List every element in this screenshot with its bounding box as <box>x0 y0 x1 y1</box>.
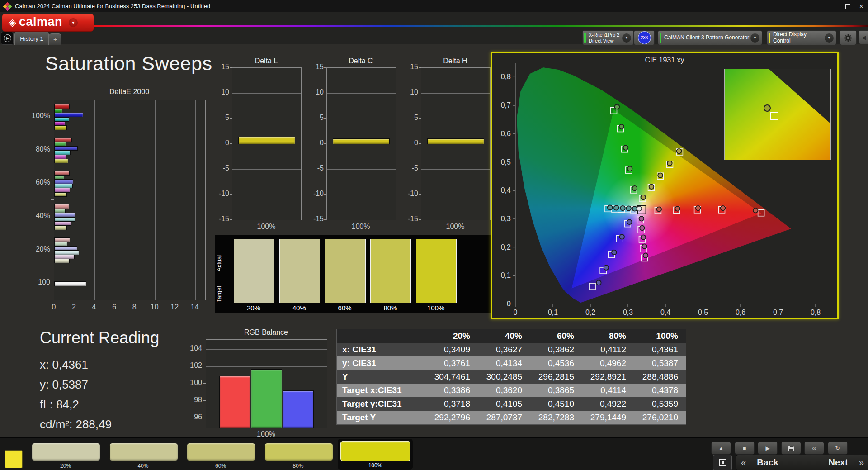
pattern-window-button[interactable] <box>713 455 732 470</box>
y-axis-tick <box>203 349 206 349</box>
table-cell: 292,8921 <box>581 372 633 382</box>
x-tick-label: 2 <box>68 303 80 311</box>
table-header-cell: 40% <box>477 331 529 341</box>
inset-measured-point <box>764 104 771 112</box>
table-cell: 0,4361 <box>633 345 685 355</box>
swatch-button-80%[interactable] <box>264 443 333 461</box>
y-axis-tick <box>51 133 54 133</box>
display-control-selector[interactable]: Direct Display Control ▼ <box>767 30 836 45</box>
back-chevrons-icon[interactable]: « <box>736 457 750 468</box>
page-title: Saturation Sweeps <box>45 52 212 75</box>
refresh-button[interactable]: ↻ <box>828 442 848 455</box>
y-tick-label: 10 <box>306 88 324 96</box>
y-axis-tick <box>203 366 206 366</box>
y-group-label: 100 <box>26 278 50 286</box>
swatch-button-40%[interactable] <box>109 443 178 461</box>
y-tick-label: 96 <box>184 413 202 421</box>
table-row-label: y: CIE31 <box>337 358 425 368</box>
table-cell: 0,3386 <box>425 385 477 395</box>
swatch-button-20%[interactable] <box>32 443 100 461</box>
gridline <box>421 119 490 119</box>
y-axis-tick <box>324 93 326 93</box>
measured-point-green <box>623 145 628 150</box>
measured-point-yellow <box>677 149 682 154</box>
meter-selector[interactable]: X-Rite i1Pro 2 Direct View ▼ <box>582 30 634 45</box>
delta-bar <box>238 137 295 144</box>
table-row: y: CIE310,37610,41340,45360,49620,5387 <box>337 356 686 370</box>
gridline <box>206 366 327 367</box>
measurement-table: 20%40%60%80%100%x: CIE310,34090,36270,38… <box>336 329 686 425</box>
y-axis-tick <box>324 67 326 68</box>
loop-button[interactable]: ∞ <box>804 442 824 455</box>
table-row: Target y:CIE310,37180,41050,45100,49220,… <box>337 397 686 411</box>
next-chevrons-icon[interactable]: » <box>854 457 868 468</box>
stop-button[interactable]: ■ <box>735 442 755 455</box>
tab-scroll-button[interactable]: ▶ <box>1 32 14 45</box>
play-icon: ▶ <box>765 445 769 451</box>
target-point-red <box>758 210 764 216</box>
window-titlebar: Calman 2024 Calman Ultimate for Business… <box>0 0 868 12</box>
y-group-label: 100% <box>26 112 50 120</box>
rgb-bar-red <box>219 376 250 428</box>
target-label: Target <box>216 279 223 309</box>
x-tick-label: 0 <box>47 303 60 311</box>
table-cell: 287,0737 <box>477 413 529 423</box>
next-button[interactable]: Next <box>822 457 854 468</box>
y-axis-tick <box>419 169 421 169</box>
y-axis-tick <box>419 143 421 144</box>
y-tick-label: -5 <box>400 164 418 172</box>
measured-point-cyan <box>632 206 637 211</box>
back-button[interactable]: Back <box>750 457 785 468</box>
y-tick-label: 0 <box>306 139 324 147</box>
swatch-button-60%[interactable] <box>187 443 255 461</box>
table-cell: 0,3865 <box>529 385 581 395</box>
meter-reading-badge[interactable]: 236 <box>634 30 655 45</box>
table-cell: 282,7283 <box>529 413 581 423</box>
table-cell: 0,5387 <box>633 358 685 368</box>
measured-point-cyan <box>614 205 619 210</box>
save-button[interactable] <box>781 442 801 455</box>
table-header-cell: 100% <box>633 331 685 341</box>
close-button[interactable]: × <box>854 0 868 12</box>
table-row: Target x:CIE310,33860,36200,38650,41140,… <box>337 384 686 397</box>
badge-value: 236 <box>638 31 651 44</box>
gridline <box>232 195 301 195</box>
delta-chart-title: Delta C <box>326 57 395 65</box>
measured-point-green <box>619 124 624 129</box>
measured-point-green <box>615 104 620 109</box>
square-icon <box>719 459 726 466</box>
play-button[interactable]: ▶ <box>758 442 778 455</box>
y-tick-label: 5 <box>211 114 229 122</box>
x-tick-label: 14 <box>189 303 201 311</box>
tab-history-1[interactable]: History 1 <box>14 32 49 45</box>
y-axis-tick <box>51 233 54 233</box>
measured-point-blue <box>596 280 601 285</box>
calman-menu-button[interactable]: ◈ calman ▼ <box>2 14 94 32</box>
table-cell: 288,4886 <box>633 372 685 382</box>
loop-icon: ∞ <box>812 445 816 451</box>
table-cell: 300,2485 <box>477 372 529 382</box>
settings-button[interactable] <box>840 30 857 45</box>
add-tab-button[interactable]: + <box>49 33 61 45</box>
cie-zoom-inset <box>724 69 831 160</box>
eject-button[interactable]: ▲ <box>711 442 731 455</box>
pattern-generator-selector[interactable]: CalMAN Client 3 Pattern Generator ▼ <box>658 30 762 45</box>
gridline <box>195 100 196 300</box>
y-tick-label: -10 <box>211 190 229 198</box>
collapse-panel-button[interactable]: ◀ <box>859 30 868 44</box>
swatch-button-100%[interactable] <box>340 441 410 461</box>
y-axis-tick <box>203 400 206 401</box>
minimize-button[interactable] <box>827 0 841 12</box>
restore-button[interactable] <box>841 0 854 12</box>
calman-diamond-icon: ◈ <box>9 18 16 28</box>
measured-point-cyan <box>608 205 613 210</box>
table-cell: 0,4105 <box>477 399 529 409</box>
actual-label: Actual <box>216 248 223 278</box>
reading-y: y: 0,5387 <box>40 375 159 394</box>
swatch-button-label: 80% <box>264 463 332 469</box>
x-tick-label: 6 <box>108 303 121 311</box>
gridline <box>327 119 396 119</box>
meter-mode: Direct View <box>589 38 622 44</box>
gridline <box>206 349 327 350</box>
reading-cdm2: cd/m²: 288,49 <box>40 414 159 434</box>
